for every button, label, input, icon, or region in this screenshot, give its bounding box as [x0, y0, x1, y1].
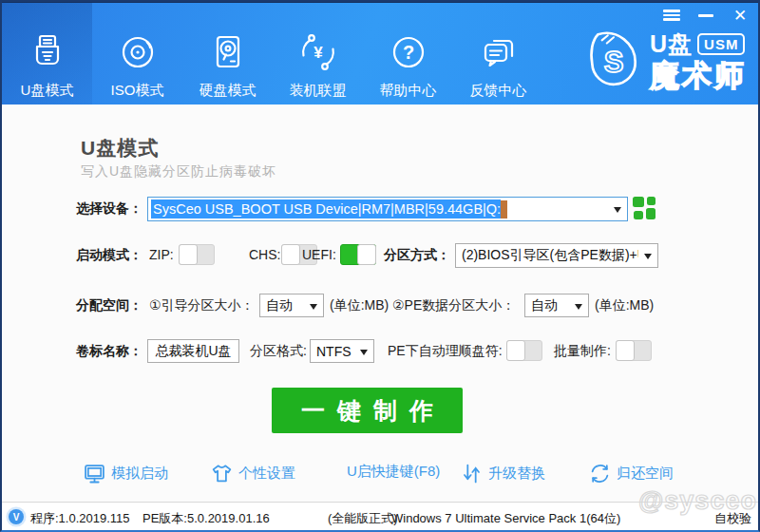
- svg-text:¥: ¥: [314, 44, 323, 62]
- upgrade-replace-link[interactable]: 升级替换: [461, 463, 545, 484]
- link-label: 个性设置: [238, 465, 295, 483]
- main-panel: U盘模式 写入U盘隐藏分区防止病毒破坏 选择设备： SysCeo USB_BOO…: [0, 104, 760, 502]
- svg-text:S: S: [604, 46, 624, 79]
- boot-size-label: ①引导分区大小：: [149, 297, 255, 314]
- nav-tabs: U盘模式 ISO模式 硬盘模式: [2, 3, 543, 104]
- link-label: 模拟启动: [111, 465, 168, 483]
- monitor-icon: [84, 463, 105, 484]
- tab-usb-mode[interactable]: U盘模式: [2, 3, 92, 104]
- circular-arrows-icon: [589, 463, 611, 484]
- one-key-make-button[interactable]: 一键制作: [272, 388, 463, 433]
- boot-size-unit: (单位:MB): [330, 297, 389, 314]
- tab-label: U盘模式: [21, 82, 74, 100]
- usm-drop-icon: S: [583, 28, 644, 91]
- edition-label: (全能版正式): [328, 510, 398, 527]
- pe-drive-letter-label: PE下自动理顺盘符:: [388, 343, 503, 360]
- pe-size-value: 自动: [531, 297, 558, 314]
- chevron-down-icon: [614, 207, 621, 217]
- page-title: U盘模式: [81, 135, 159, 162]
- window-controls: ✕: [661, 7, 750, 24]
- question-circle-icon: ?: [388, 31, 429, 73]
- space-label: 分配空间：: [0, 297, 142, 314]
- svg-text:?: ?: [402, 42, 413, 63]
- zip-toggle[interactable]: [179, 244, 215, 265]
- volume-label: 卷标名称：: [0, 343, 142, 360]
- tab-label: 硬盘模式: [200, 82, 256, 100]
- link-label: 归还空间: [617, 465, 674, 483]
- device-value: SysCeo USB_BOOT USB Device|RM7|MBR|59.44…: [151, 200, 501, 218]
- close-icon[interactable]: ✕: [730, 7, 750, 24]
- tab-feedback-center[interactable]: 反馈中心: [453, 3, 543, 104]
- format-label: 分区格式:: [250, 343, 307, 360]
- device-combobox[interactable]: SysCeo USB_BOOT USB Device|RM7|MBR|59.44…: [147, 197, 628, 221]
- hamburger-menu-icon[interactable]: [661, 7, 682, 24]
- batch-make-toggle[interactable]: [616, 340, 652, 361]
- tab-label: 反馈中心: [470, 82, 527, 100]
- pe-size-select[interactable]: 自动: [524, 294, 589, 317]
- logo-text-upan: U盘: [650, 28, 693, 60]
- yen-circle-icon: ¥: [297, 31, 339, 73]
- tshirt-icon: [211, 463, 233, 484]
- uefi-toggle[interactable]: [340, 244, 376, 265]
- quick-links: 模拟启动 个性设置 U启快捷键(F8) 升级替换: [0, 463, 760, 485]
- return-space-link[interactable]: 归还空间: [589, 463, 674, 484]
- tab-label: ISO模式: [111, 82, 164, 100]
- device-label: 选择设备：: [0, 200, 142, 218]
- partition-mode-label: 分区方式：: [384, 247, 450, 264]
- brand-logo: S U盘 USM 魔术师: [583, 28, 747, 91]
- partition-mode-value: (2)BIOS引导区(包含PE数据)+U盘数: [462, 247, 638, 264]
- volume-name-input[interactable]: 总裁装机U盘: [147, 339, 239, 363]
- pe-size-unit: (单位:MB): [595, 297, 654, 314]
- disk-manager-icon[interactable]: [633, 197, 657, 221]
- hotkey-link[interactable]: U启快捷键(F8): [347, 463, 440, 481]
- tab-label: 帮助中心: [380, 82, 437, 100]
- partition-mode-select[interactable]: (2)BIOS引导区(包含PE数据)+U盘数: [455, 243, 658, 268]
- link-label: U启快捷键(F8): [347, 463, 440, 481]
- personal-settings-link[interactable]: 个性设置: [211, 463, 295, 484]
- disc-icon: [117, 31, 159, 73]
- program-version: 程序:1.0.2019.115: [30, 510, 130, 527]
- tab-hdd-mode[interactable]: 硬盘模式: [182, 3, 273, 104]
- uefi-label: UEFI:: [302, 247, 336, 262]
- zip-label: ZIP:: [149, 247, 174, 262]
- hard-disk-icon: [207, 31, 249, 73]
- pe-size-label: ②PE数据分区大小：: [392, 297, 515, 314]
- link-label: 升级替换: [488, 465, 545, 483]
- version-badge: V: [9, 509, 24, 524]
- logo-badge-usm: USM: [697, 33, 745, 55]
- boot-mode-label: 启动模式：: [0, 247, 142, 264]
- pe-drive-letter-toggle[interactable]: [506, 340, 542, 361]
- app-window: U盘模式 ISO模式 硬盘模式: [0, 0, 760, 532]
- tab-help-center[interactable]: ? 帮助中心: [363, 3, 453, 104]
- os-label: Windows 7 Ultimate Service Pack 1(64位): [391, 510, 620, 527]
- up-down-arrows-icon: [461, 463, 483, 484]
- logo-text-moshushi: 魔术师: [650, 60, 747, 91]
- tab-label: 装机联盟: [290, 82, 347, 100]
- simulate-boot-link[interactable]: 模拟启动: [84, 463, 168, 484]
- volume-name-value: 总裁装机U盘: [155, 343, 231, 360]
- tab-install-alliance[interactable]: ¥ 装机联盟: [273, 3, 363, 104]
- boot-size-select[interactable]: 自动: [259, 294, 324, 317]
- header: U盘模式 ISO模式 硬盘模式: [0, 0, 760, 104]
- minimize-icon[interactable]: [695, 7, 716, 24]
- boot-size-value: 自动: [266, 297, 293, 314]
- format-value: NTFS: [316, 344, 352, 359]
- chs-label: CHS:: [249, 247, 280, 262]
- pe-version: PE版本:5.0.2019.01.16: [142, 510, 270, 527]
- format-select[interactable]: NTFS: [310, 339, 374, 363]
- status-bar: V 程序:1.0.2019.115 PE版本:5.0.2019.01.16 (全…: [0, 502, 760, 532]
- usb-drive-icon: [27, 31, 68, 73]
- batch-make-label: 批量制作:: [554, 343, 611, 360]
- chat-bubbles-icon: [478, 31, 520, 73]
- tab-iso-mode[interactable]: ISO模式: [92, 3, 182, 104]
- self-check-link[interactable]: 自校验: [714, 510, 751, 527]
- page-subtitle: 写入U盘隐藏分区防止病毒破坏: [81, 163, 276, 180]
- text-caret: [501, 200, 507, 218]
